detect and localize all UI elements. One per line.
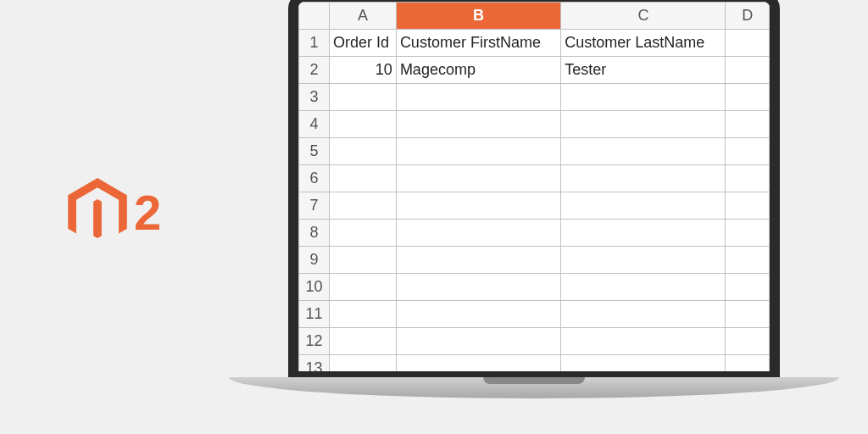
col-header-C[interactable]: C <box>561 3 726 30</box>
magento-logo: 2 <box>68 178 161 246</box>
cell-D12[interactable] <box>726 328 770 355</box>
table-row[interactable]: 8 <box>299 220 770 247</box>
laptop-frame: A B C D 1 Order Id Customer FirstName Cu… <box>229 0 839 432</box>
table-row[interactable]: 5 <box>299 138 770 165</box>
cell-D5[interactable] <box>726 138 770 165</box>
cell-A11[interactable] <box>330 301 397 328</box>
col-header-B[interactable]: B <box>396 3 560 30</box>
cell-B5[interactable] <box>396 138 560 165</box>
table-row[interactable]: 10 <box>299 274 770 301</box>
cell-B3[interactable] <box>396 84 560 111</box>
row-header-5[interactable]: 5 <box>299 138 330 165</box>
cell-B7[interactable] <box>396 192 560 220</box>
row-header-4[interactable]: 4 <box>299 111 330 138</box>
table-row[interactable]: 11 <box>299 301 770 328</box>
cell-B8[interactable] <box>396 220 560 247</box>
cell-D8[interactable] <box>726 220 770 247</box>
row-header-2[interactable]: 2 <box>299 57 330 84</box>
logo-version-text: 2 <box>134 184 161 241</box>
cell-A3[interactable] <box>330 84 397 111</box>
cell-B1[interactable]: Customer FirstName <box>396 30 560 57</box>
cell-A1[interactable]: Order Id <box>330 30 397 57</box>
col-header-A[interactable]: A <box>330 3 397 30</box>
cell-D1[interactable] <box>726 30 770 57</box>
table-row[interactable]: 1 Order Id Customer FirstName Customer L… <box>299 30 770 57</box>
row-header-3[interactable]: 3 <box>299 84 330 111</box>
cell-C12[interactable] <box>561 328 726 355</box>
cell-C1[interactable]: Customer LastName <box>561 30 726 57</box>
cell-C10[interactable] <box>561 274 726 301</box>
cell-C11[interactable] <box>561 301 726 328</box>
cell-C6[interactable] <box>561 165 726 192</box>
cell-A12[interactable] <box>330 328 397 355</box>
cell-C3[interactable] <box>561 84 726 111</box>
cell-A8[interactable] <box>330 220 397 247</box>
table-row[interactable]: 2 10 Magecomp Tester <box>299 57 770 84</box>
table-row[interactable]: 6 <box>299 165 770 192</box>
cell-C9[interactable] <box>561 247 726 274</box>
table-row[interactable]: 7 <box>299 192 770 220</box>
row-header-6[interactable]: 6 <box>299 165 330 192</box>
cell-D9[interactable] <box>726 247 770 274</box>
row-header-8[interactable]: 8 <box>299 220 330 247</box>
spreadsheet[interactable]: A B C D 1 Order Id Customer FirstName Cu… <box>298 2 770 371</box>
col-header-D[interactable]: D <box>726 3 770 30</box>
cell-C8[interactable] <box>561 220 726 247</box>
cell-A9[interactable] <box>330 247 397 274</box>
table-row[interactable]: 12 <box>299 328 770 355</box>
table-row[interactable]: 3 <box>299 84 770 111</box>
cell-A2[interactable]: 10 <box>330 57 397 84</box>
cell-D11[interactable] <box>726 301 770 328</box>
cell-D4[interactable] <box>726 111 770 138</box>
magento-icon <box>68 178 127 246</box>
cell-C2[interactable]: Tester <box>561 57 726 84</box>
row-header-1[interactable]: 1 <box>299 30 330 57</box>
row-header-7[interactable]: 7 <box>299 192 330 220</box>
column-header-row[interactable]: A B C D <box>299 3 770 30</box>
cell-A4[interactable] <box>330 111 397 138</box>
cell-D2[interactable] <box>726 57 770 84</box>
row-header-12[interactable]: 12 <box>299 328 330 355</box>
cell-B10[interactable] <box>396 274 560 301</box>
cell-D7[interactable] <box>726 192 770 220</box>
sheet-grid[interactable]: A B C D 1 Order Id Customer FirstName Cu… <box>298 2 770 381</box>
cell-C4[interactable] <box>561 111 726 138</box>
cell-B6[interactable] <box>396 165 560 192</box>
select-all-corner[interactable] <box>299 3 330 30</box>
laptop-base <box>229 377 839 398</box>
cell-B4[interactable] <box>396 111 560 138</box>
cell-C5[interactable] <box>561 138 726 165</box>
cell-A10[interactable] <box>330 274 397 301</box>
cell-A6[interactable] <box>330 165 397 192</box>
cell-D6[interactable] <box>726 165 770 192</box>
cell-D3[interactable] <box>726 84 770 111</box>
table-row[interactable]: 9 <box>299 247 770 274</box>
cell-D10[interactable] <box>726 274 770 301</box>
table-row[interactable]: 4 <box>299 111 770 138</box>
laptop-screen: A B C D 1 Order Id Customer FirstName Cu… <box>288 0 780 381</box>
laptop-notch <box>483 377 585 384</box>
row-header-10[interactable]: 10 <box>299 274 330 301</box>
cell-B9[interactable] <box>396 247 560 274</box>
cell-A7[interactable] <box>330 192 397 220</box>
cell-B12[interactable] <box>396 328 560 355</box>
row-header-9[interactable]: 9 <box>299 247 330 274</box>
row-header-11[interactable]: 11 <box>299 301 330 328</box>
cell-A5[interactable] <box>330 138 397 165</box>
cell-B11[interactable] <box>396 301 560 328</box>
cell-B2[interactable]: Magecomp <box>396 57 560 84</box>
cell-C7[interactable] <box>561 192 726 220</box>
